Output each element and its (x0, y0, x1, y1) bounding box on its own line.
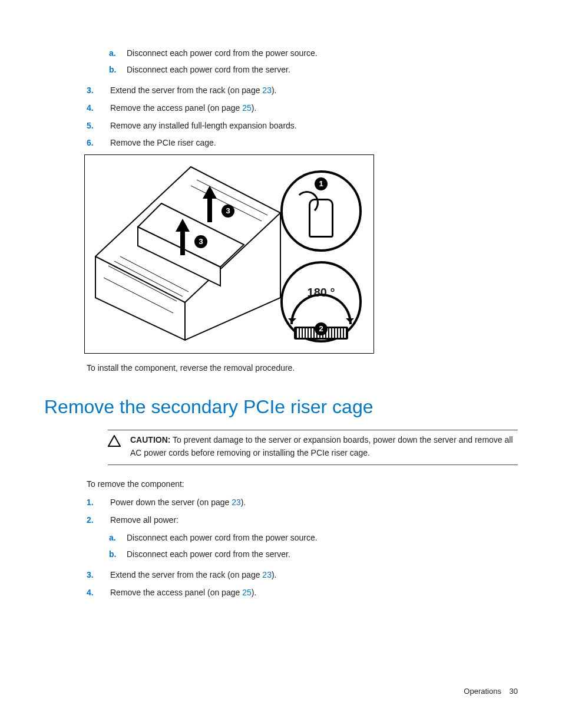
caution-block: CAUTION: To prevent damage to the server… (108, 430, 518, 465)
steps-bottom-a: 1. Power down the server (on page 23). 2… (87, 496, 518, 526)
sub-steps-bottom: a. Disconnect each power cord from the p… (109, 532, 518, 561)
server-isometric-illustration (91, 162, 285, 345)
t: Power down the server (on page (110, 498, 232, 507)
caution-body: To prevent damage to the server or expan… (130, 435, 513, 457)
page-ref[interactable]: 25 (242, 103, 252, 113)
sub-step: a. Disconnect each power cord from the p… (109, 47, 518, 60)
text: Power down the server (on page 23). (110, 496, 246, 509)
page-ref[interactable]: 23 (262, 570, 272, 579)
t: ). (272, 570, 277, 579)
sub-step: a. Disconnect each power cord from the p… (109, 532, 518, 545)
section-heading: Remove the secondary PCIe riser cage (44, 393, 518, 422)
t: ). (241, 498, 246, 507)
marker: a. (109, 47, 127, 60)
footer-section: Operations (464, 687, 501, 696)
page-footer: Operations 30 (464, 686, 518, 697)
marker: 4. (87, 587, 110, 599)
install-note: To install the component, reverse the re… (87, 362, 518, 375)
marker: 2. (87, 514, 110, 527)
arrow-up-icon (176, 212, 190, 232)
step: 3. Extend the server from the rack (on p… (87, 84, 518, 97)
text: Disconnect each power cord from the powe… (127, 47, 318, 60)
text: Disconnect each power cord from the serv… (127, 64, 290, 77)
marker: b. (109, 548, 127, 561)
step: 2. Remove all power: (87, 514, 518, 527)
text: Disconnect each power cord from the powe… (127, 532, 318, 545)
callout-badge: 1 (315, 177, 328, 190)
t: Remove the access panel (on page (110, 588, 242, 597)
riser-cage-diagram: 3 3 1 180 ° 2 (84, 154, 374, 354)
caution-label: CAUTION: (130, 435, 170, 444)
sub-step: b. Disconnect each power cord from the s… (109, 548, 518, 561)
sub-steps-top: a. Disconnect each power cord from the p… (109, 47, 518, 76)
t: Extend the server from the rack (on page (110, 85, 262, 95)
marker: 5. (87, 120, 110, 133)
t: ). (252, 588, 257, 597)
steps-bottom-b: 3. Extend the server from the rack (on p… (87, 569, 518, 599)
text: Extend the server from the rack (on page… (110, 84, 277, 97)
arrow-up-icon (203, 179, 217, 199)
callout-badge: 3 (222, 205, 234, 218)
t: ). (272, 85, 277, 95)
marker: 1. (87, 496, 110, 509)
callout-badge: 3 (194, 235, 207, 248)
callout-badge: 2 (315, 322, 328, 335)
detail-circle-1: 1 (280, 170, 362, 252)
text: Remove the access panel (on page 25). (110, 102, 256, 115)
marker: 4. (87, 102, 110, 115)
page-ref[interactable]: 23 (232, 498, 241, 507)
detail-circle-2: 180 ° 2 (280, 261, 362, 342)
marker: a. (109, 532, 127, 545)
text: Remove any installed full-length expansi… (110, 120, 297, 133)
caution-icon (108, 434, 130, 459)
t: Remove the access panel (on page (110, 103, 242, 113)
text: Extend the server from the rack (on page… (110, 569, 277, 582)
step: 6. Remove the PCIe riser cage. (87, 137, 518, 150)
page-ref[interactable]: 23 (262, 85, 272, 95)
step: 5. Remove any installed full-length expa… (87, 120, 518, 133)
svg-marker-12 (108, 436, 120, 446)
caution-text: CAUTION: To prevent damage to the server… (130, 434, 518, 459)
step: 1. Power down the server (on page 23). (87, 496, 518, 509)
marker: 6. (87, 137, 110, 150)
footer-page-number: 30 (510, 687, 518, 696)
t: ). (252, 103, 257, 113)
step: 4. Remove the access panel (on page 25). (87, 587, 518, 599)
marker: 3. (87, 569, 110, 582)
marker: 3. (87, 84, 110, 97)
step: 4. Remove the access panel (on page 25). (87, 102, 518, 115)
text: Disconnect each power cord from the serv… (127, 548, 290, 561)
sub-step: b. Disconnect each power cord from the s… (109, 64, 518, 77)
step: 3. Extend the server from the rack (on p… (87, 569, 518, 582)
text: Remove the access panel (on page 25). (110, 587, 256, 599)
page-ref[interactable]: 25 (242, 588, 252, 597)
steps-top: 3. Extend the server from the rack (on p… (87, 84, 518, 150)
text: Remove all power: (110, 514, 178, 527)
text: Remove the PCIe riser cage. (110, 137, 216, 150)
marker: b. (109, 64, 127, 77)
thumbscrew-icon (309, 199, 333, 238)
t: Extend the server from the rack (on page (110, 570, 262, 579)
intro-text: To remove the component: (87, 478, 518, 491)
